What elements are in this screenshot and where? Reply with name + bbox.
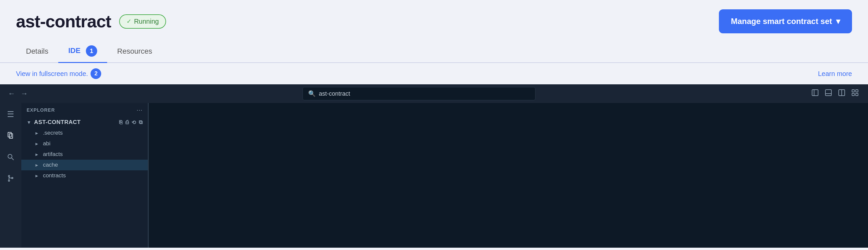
svg-rect-0 bbox=[812, 90, 818, 96]
folder-action-icons: ⎘ ⎙ ⟲ ⧉ bbox=[119, 119, 143, 126]
activity-bar: ☰ bbox=[0, 103, 21, 248]
fullscreen-link[interactable]: View in fullscreen mode. bbox=[16, 70, 88, 78]
ide-container: ← → 🔍 ast-contract bbox=[0, 84, 868, 248]
tab-details[interactable]: Details bbox=[16, 42, 58, 61]
svg-rect-6 bbox=[852, 90, 855, 92]
ide-nav-arrows: ← → bbox=[8, 89, 28, 98]
svg-rect-9 bbox=[856, 93, 858, 96]
source-control-icon[interactable] bbox=[3, 171, 18, 186]
status-label: Running bbox=[134, 18, 159, 25]
chevron-right-icon: ► bbox=[35, 163, 39, 168]
grid-layout-icon[interactable] bbox=[850, 88, 860, 100]
svg-rect-8 bbox=[852, 93, 855, 96]
tab-ide-label: IDE bbox=[68, 46, 81, 55]
svg-line-13 bbox=[12, 158, 13, 160]
search-icon: 🔍 bbox=[308, 90, 315, 97]
tree-item-secrets[interactable]: ► .secrets bbox=[21, 128, 148, 138]
root-folder-label: AST-CONTRACT bbox=[34, 119, 81, 126]
ide-body: ☰ bbox=[0, 103, 868, 248]
manage-button-label: Manage smart contract set bbox=[731, 17, 832, 26]
tree-item-cache[interactable]: ► cache bbox=[21, 160, 148, 170]
refresh-icon[interactable]: ⟲ bbox=[131, 119, 136, 126]
new-file-icon[interactable]: ⎘ bbox=[119, 119, 123, 126]
tree-item-label: cache bbox=[43, 162, 58, 168]
tree-item-contracts[interactable]: ► contracts bbox=[21, 170, 148, 181]
tab-resources-label: Resources bbox=[117, 47, 152, 55]
learn-more-link[interactable]: Learn more bbox=[818, 70, 852, 78]
tab-resources[interactable]: Resources bbox=[107, 42, 162, 61]
tree-item-label: artifacts bbox=[43, 151, 63, 158]
new-folder-icon[interactable]: ⎙ bbox=[125, 119, 129, 126]
fullscreen-badge: 2 bbox=[91, 68, 101, 79]
tree-item-label: .secrets bbox=[43, 130, 63, 136]
ide-search-bar[interactable]: 🔍 ast-contract bbox=[303, 87, 535, 100]
svg-point-12 bbox=[8, 154, 12, 158]
fullscreen-row: View in fullscreen mode. 2 Learn more bbox=[0, 63, 868, 84]
tree-item-abi[interactable]: ► abi bbox=[21, 138, 148, 149]
tree-item-label: abi bbox=[43, 140, 51, 147]
svg-rect-7 bbox=[856, 90, 858, 92]
tab-details-label: Details bbox=[26, 47, 48, 55]
manage-contract-button[interactable]: Manage smart contract set ▾ bbox=[719, 9, 852, 33]
header: ast-contract ✓ Running Manage smart cont… bbox=[0, 0, 868, 33]
ide-toolbar: ← → 🔍 ast-contract bbox=[0, 84, 868, 103]
collapse-all-icon[interactable]: ⧉ bbox=[139, 119, 143, 126]
chevron-right-icon: ► bbox=[35, 173, 39, 178]
hamburger-menu-icon[interactable]: ☰ bbox=[3, 107, 18, 122]
tree-item-artifacts[interactable]: ► artifacts bbox=[21, 149, 148, 160]
ide-editor bbox=[149, 103, 868, 248]
svg-point-14 bbox=[8, 175, 10, 177]
explorer-title: EXPLORER bbox=[27, 107, 55, 113]
chevron-right-icon: ► bbox=[35, 131, 39, 136]
ide-sidebar: EXPLORER ⋯ ▼ AST-CONTRACT ⎘ ⎙ ⟲ ⧉ bbox=[21, 103, 148, 248]
svg-point-15 bbox=[8, 180, 10, 181]
ide-search-text: ast-contract bbox=[319, 90, 350, 97]
ide-layout-icons bbox=[810, 88, 860, 100]
contract-title: ast-contract bbox=[16, 11, 111, 31]
chevron-right-icon: ► bbox=[35, 152, 39, 157]
status-badge: ✓ Running bbox=[119, 14, 166, 29]
sidebar-toggle-icon[interactable] bbox=[810, 88, 820, 100]
search-sidebar-icon[interactable] bbox=[3, 150, 18, 164]
root-folder[interactable]: ▼ AST-CONTRACT ⎘ ⎙ ⟲ ⧉ bbox=[21, 117, 148, 128]
sidebar-more-icon[interactable]: ⋯ bbox=[136, 106, 143, 114]
fullscreen-link-text: View in fullscreen mode. bbox=[16, 70, 88, 78]
header-left: ast-contract ✓ Running bbox=[16, 11, 166, 31]
back-arrow-icon[interactable]: ← bbox=[8, 89, 15, 98]
tree-root: ▼ AST-CONTRACT ⎘ ⎙ ⟲ ⧉ ► .secrets bbox=[21, 117, 148, 181]
sidebar-header: EXPLORER ⋯ bbox=[21, 103, 148, 117]
svg-rect-2 bbox=[826, 90, 831, 96]
tree-item-label: contracts bbox=[43, 172, 66, 179]
file-tree: ▼ AST-CONTRACT ⎘ ⎙ ⟲ ⧉ ► .secrets bbox=[21, 117, 148, 248]
split-editor-icon[interactable] bbox=[837, 88, 847, 100]
files-icon[interactable] bbox=[3, 128, 18, 143]
tab-ide[interactable]: IDE 1 bbox=[58, 40, 107, 63]
forward-arrow-icon[interactable]: → bbox=[21, 89, 28, 98]
tabs-bar: Details IDE 1 Resources bbox=[0, 33, 868, 63]
chevron-down-icon: ▾ bbox=[836, 17, 840, 26]
chevron-down-icon: ▼ bbox=[27, 120, 31, 125]
panel-toggle-icon[interactable] bbox=[824, 88, 833, 100]
fullscreen-link-group: View in fullscreen mode. 2 bbox=[16, 68, 101, 79]
tab-ide-badge: 1 bbox=[86, 45, 97, 57]
learn-more-label: Learn more bbox=[818, 70, 852, 77]
check-icon: ✓ bbox=[126, 18, 131, 25]
chevron-right-icon: ► bbox=[35, 141, 39, 146]
